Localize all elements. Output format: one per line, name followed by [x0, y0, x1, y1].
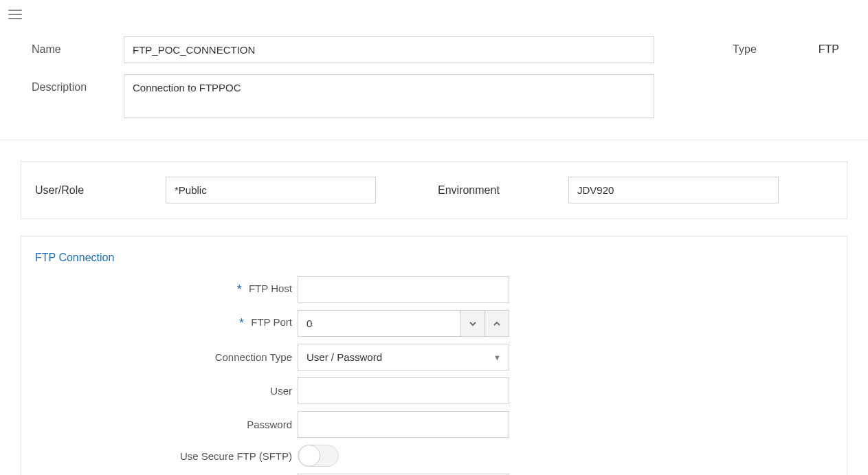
toggle-knob-icon	[298, 445, 320, 467]
sftp-toggle[interactable]	[298, 445, 339, 467]
user-role-field[interactable]	[166, 177, 376, 203]
ftp-section-title: FTP Connection	[35, 252, 833, 264]
ftp-host-field[interactable]	[298, 276, 509, 303]
name-field[interactable]	[124, 36, 654, 63]
ftp-port-field[interactable]	[298, 310, 460, 337]
password-label: Password	[247, 419, 292, 430]
environment-field[interactable]	[568, 177, 779, 203]
scope-panel: User/Role Environment	[21, 161, 847, 219]
port-decrement-button[interactable]	[460, 310, 485, 337]
chevron-up-icon	[493, 320, 501, 328]
connection-header: Name Type FTP Description	[0, 31, 868, 140]
ftp-host-label: FTP Host	[249, 283, 292, 294]
hamburger-menu[interactable]	[0, 0, 30, 29]
environment-label: Environment	[438, 184, 568, 197]
main-content: User/Role Environment FTP Connection * F…	[0, 140, 868, 475]
user-label: User	[270, 385, 292, 397]
type-value: FTP	[819, 43, 839, 56]
port-increment-button[interactable]	[485, 310, 509, 337]
password-field[interactable]	[298, 411, 509, 438]
required-asterisk-icon: *	[237, 283, 242, 296]
ftp-port-label: FTP Port	[251, 316, 292, 328]
sftp-label: Use Secure FTP (SFTP)	[180, 450, 292, 462]
ftp-port-stepper[interactable]	[298, 310, 509, 337]
chevron-down-icon	[469, 320, 477, 328]
ftp-panel: FTP Connection * FTP Host * FTP Port	[21, 236, 847, 475]
description-field[interactable]	[124, 74, 654, 118]
user-field[interactable]	[298, 377, 509, 404]
description-label: Description	[0, 74, 124, 93]
required-asterisk-icon: *	[239, 316, 244, 330]
connection-type-label: Connection Type	[215, 351, 292, 363]
name-label: Name	[0, 36, 124, 56]
user-role-label: User/Role	[35, 184, 166, 197]
type-label: Type	[733, 43, 757, 56]
connection-type-select[interactable]: User / Password	[298, 344, 509, 371]
